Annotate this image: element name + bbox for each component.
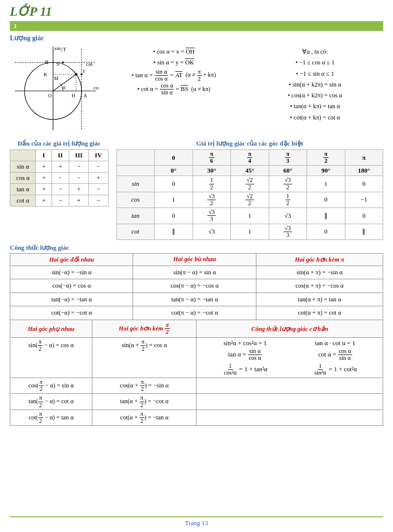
svg-text:α: α: [63, 85, 66, 90]
dau-th-I: I: [36, 150, 52, 161]
ct2-h2: Hai góc hơn kém π2: [92, 320, 196, 337]
congthuc-title: Công thức lượng giác: [10, 244, 383, 252]
table-row: tan(π2 − α) = cot α tan(α + π2) = −cot α: [10, 394, 383, 410]
table-row: tan(−α) = −tan α tan(π − α) = −tan α tan…: [10, 293, 383, 306]
dau-th-IV: IV: [89, 150, 108, 161]
svg-text:T: T: [83, 69, 85, 74]
ct1-h2: Hai góc bù nhau: [133, 253, 256, 266]
giatri-table-wrap: Giá trị lượng giác của các góc đặc biệt …: [116, 140, 384, 240]
circle-diagram: cos sin | T α B: [10, 44, 101, 135]
congthuc-section: Công thức lượng giác Hai góc đối nhau Ha…: [0, 242, 393, 428]
svg-text:T: T: [63, 46, 66, 52]
svg-text:K: K: [44, 72, 48, 77]
formula-sin: • sin α = y = OK: [106, 58, 242, 68]
footer-text: Trang 13: [185, 519, 208, 527]
svg-text:B: B: [45, 59, 49, 65]
formulas-right: ∀α , ta có: • −1 ≤ cos α ≤ 1 • −1 ≤ sin …: [247, 44, 384, 123]
table-row: cot α + − + −: [10, 195, 109, 207]
dau-th-III: III: [69, 150, 88, 161]
gt-th-pi4: π4: [231, 150, 269, 166]
table-row: cos α + − − +: [10, 173, 109, 184]
sin-period: • sin(α + k2π) = sin α: [247, 80, 384, 90]
section-bar: 1: [10, 21, 383, 31]
table-row: cot(π2 − α) = tan α cot(α + π2) = −tan α: [10, 410, 383, 425]
gt-th-0deg: 0°: [155, 166, 193, 176]
gt-th-90deg: 90°: [307, 166, 345, 176]
formula-cos: • cos α = x = OH: [106, 47, 242, 57]
dau-table: I II III IV sin α + + − − cos: [10, 149, 109, 207]
footer: Trang 13: [10, 516, 383, 527]
luong-giac-section: Lượng giác cos sin | T: [0, 31, 393, 138]
sin-bound: • −1 ≤ sin α ≤ 1: [247, 69, 384, 79]
dau-table-title: Dấu của các giá trị lượng giác: [10, 140, 109, 148]
ct2-h3: Công thức lượng giác cơ bản: [196, 320, 383, 337]
ct2-h1: Hai góc phụ nhau: [10, 320, 92, 337]
gt-th-180deg: 180°: [345, 166, 383, 176]
svg-text:sin: sin: [55, 45, 61, 51]
table-row: cos(−α) = cos α cos(π − α) = −cos α cos(…: [10, 279, 383, 293]
cos-period: • cos(α + k2π) = cos α: [247, 90, 384, 101]
ct1-h3: Hai góc hơn kém π: [256, 253, 383, 266]
gt-th-0: 0: [155, 150, 193, 166]
dau-th-empty: [10, 150, 36, 161]
table-row: sin α + + − −: [10, 161, 109, 173]
table-row: cot ∥ √3 1 √33 0 ∥: [116, 224, 383, 239]
giatri-table-title: Giá trị lượng giác của các góc đặc biệt: [116, 140, 384, 148]
page-title: LỚP 11: [10, 4, 383, 19]
luong-giac-content: cos sin | T α B: [10, 44, 383, 135]
svg-text:O: O: [48, 93, 52, 98]
table-row: sin(−α) = −sin α sin(π − α) = sin α sin(…: [10, 266, 383, 279]
gt-th-empty: [116, 150, 155, 166]
tan-period: • tan(α + kπ) = tan α: [247, 101, 384, 112]
table-row: cos(π2 − α) = sin α cos(α + π2) = −sin α: [10, 378, 383, 394]
svg-text:A: A: [84, 93, 87, 98]
svg-text:|: |: [61, 46, 62, 52]
page: LỚP 11 1 Lượng giác cos sin | T: [0, 0, 393, 532]
table-row: sin 0 12 √22 √32 1 0: [116, 176, 383, 192]
table-row: tan 0 √33 1 √3 ∥ 0: [116, 208, 383, 224]
forall-alpha: ∀α , ta có:: [247, 47, 384, 57]
dau-th-II: II: [52, 150, 69, 161]
svg-text:S: S: [56, 61, 59, 67]
gt-th-30deg: 30°: [193, 166, 231, 176]
cot-period: • cot(α + kπ) = cot α: [247, 113, 384, 123]
gt-th-deg-empty: [116, 166, 155, 176]
cos-bound: • −1 ≤ cos α ≤ 1: [247, 58, 384, 68]
table-row: cos 1 √32 √22 12 0 −1: [116, 192, 383, 207]
congthuc-table1: Hai góc đối nhau Hai góc bù nhau Hai góc…: [10, 253, 383, 320]
formulas-center: • cos α = x = OH • sin α = y = OK • tan …: [106, 44, 242, 96]
header: LỚP 11: [0, 0, 393, 21]
gt-th-pi: π: [345, 150, 383, 166]
gt-th-pi2: π2: [307, 150, 345, 166]
congthuc-table2: Hai góc phụ nhau Hai góc hơn kém π2 Công…: [10, 320, 383, 426]
gt-th-pi3: π3: [269, 150, 307, 166]
svg-point-24: [62, 61, 64, 63]
formula-cot: • cot α = cos αsin α = BS (α ≠ kπ): [106, 83, 242, 96]
table-row: sin(π2 − α) = cos α sin(α + π2) = cos α …: [10, 338, 383, 378]
dau-table-wrap: Dấu của các giá trị lượng giác I II III …: [10, 140, 109, 240]
table-row: cot(−α) = −cot α cot(π − α) = −cot α cot…: [10, 306, 383, 320]
giatri-table: 0 π6 π4 π3 π2 π 0° 30° 45° 60° 90°: [116, 149, 384, 240]
table-row: tan α + − + −: [10, 184, 109, 195]
formula-tan: • tan α = sin αcos α = AT (α ≠ π2 + kπ): [106, 69, 242, 83]
gt-th-pi6: π6: [193, 150, 231, 166]
svg-text:H: H: [72, 93, 75, 98]
tables-section: Dấu của các giá trị lượng giác I II III …: [0, 138, 393, 242]
svg-text:cos: cos: [93, 85, 98, 90]
svg-text:M: M: [54, 76, 58, 81]
ct1-h1: Hai góc đối nhau: [10, 253, 133, 266]
luong-giac-title: Lượng giác: [10, 34, 383, 42]
gt-th-60deg: 60°: [269, 166, 307, 176]
gt-th-45deg: 45°: [231, 166, 269, 176]
svg-text:cot: cot: [86, 61, 92, 67]
